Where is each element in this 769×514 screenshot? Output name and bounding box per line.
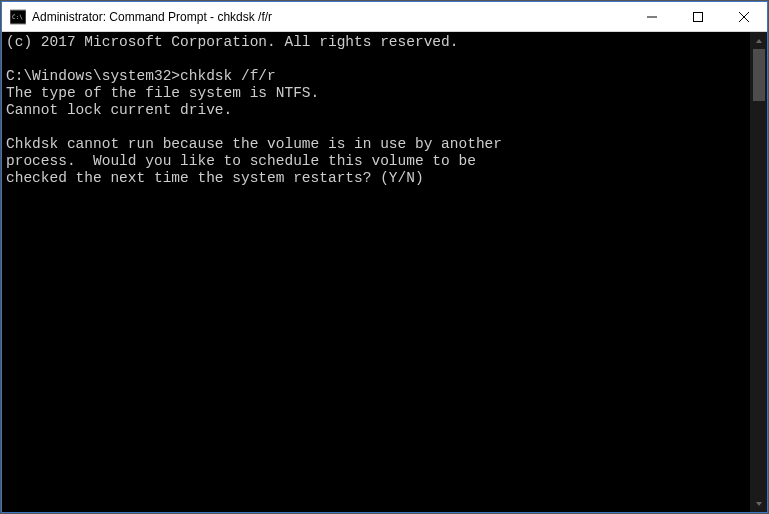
svg-marker-6 bbox=[756, 39, 762, 43]
svg-rect-3 bbox=[694, 12, 703, 21]
client-area: (c) 2017 Microsoft Corporation. All righ… bbox=[2, 32, 767, 512]
chevron-down-icon bbox=[755, 500, 763, 508]
minimize-icon bbox=[647, 12, 657, 22]
scroll-up-button[interactable] bbox=[751, 32, 767, 49]
console-output[interactable]: (c) 2017 Microsoft Corporation. All righ… bbox=[2, 32, 750, 512]
titlebar[interactable]: C:\ Administrator: Command Prompt - chkd… bbox=[2, 2, 767, 32]
window-title: Administrator: Command Prompt - chkdsk /… bbox=[32, 10, 629, 24]
scrollbar-thumb[interactable] bbox=[753, 49, 765, 101]
svg-marker-7 bbox=[756, 502, 762, 506]
window-controls bbox=[629, 2, 767, 31]
close-icon bbox=[739, 12, 749, 22]
maximize-button[interactable] bbox=[675, 2, 721, 31]
cmd-icon: C:\ bbox=[10, 9, 26, 25]
scroll-down-button[interactable] bbox=[751, 495, 767, 512]
maximize-icon bbox=[693, 12, 703, 22]
chevron-up-icon bbox=[755, 37, 763, 45]
command-prompt-window: C:\ Administrator: Command Prompt - chkd… bbox=[1, 1, 768, 513]
close-button[interactable] bbox=[721, 2, 767, 31]
svg-text:C:\: C:\ bbox=[12, 13, 23, 20]
vertical-scrollbar[interactable] bbox=[750, 32, 767, 512]
scrollbar-track[interactable] bbox=[751, 49, 767, 495]
minimize-button[interactable] bbox=[629, 2, 675, 31]
